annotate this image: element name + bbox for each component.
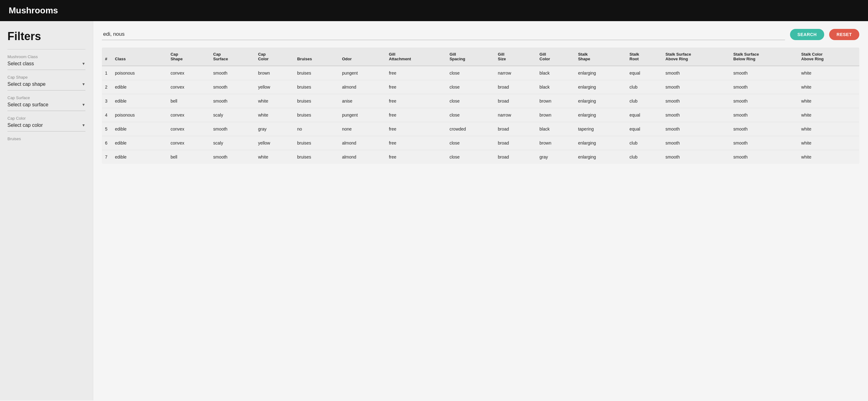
cell-cap_color: brown (255, 66, 294, 80)
cell-gill_attachment: free (386, 136, 446, 150)
cell-gill_attachment: free (386, 150, 446, 164)
chevron-down-icon-cap-shape: ▼ (82, 82, 86, 86)
cell-gill_color: brown (536, 136, 575, 150)
cell-stalk_color_above_ring: white (798, 80, 859, 94)
filter-group-mushroom-class: Mushroom Class Select class ▼ (7, 54, 86, 70)
search-bar-row: SEARCH RESET (102, 29, 859, 40)
cell-gill_color: black (536, 122, 575, 136)
cell-cap_shape: convex (167, 122, 210, 136)
cell-stalk_color_above_ring: white (798, 150, 859, 164)
cell-gill_spacing: close (446, 108, 495, 122)
col-header-class: Class (112, 48, 167, 66)
cell-bruises: bruises (294, 80, 339, 94)
cell-stalk_surface_above_ring: smooth (662, 122, 730, 136)
app-title: Mushrooms (9, 6, 58, 15)
mushrooms-table: # Class CapShape CapSurface CapColor Bru… (102, 48, 859, 164)
reset-button[interactable]: RESET (829, 29, 859, 40)
col-header-gill-color: GillColor (536, 48, 575, 66)
cell-cap_color: yellow (255, 80, 294, 94)
cell-cap_shape: convex (167, 136, 210, 150)
cell-stalk_surface_above_ring: smooth (662, 150, 730, 164)
cell-class: poisonous (112, 108, 167, 122)
cell-bruises: bruises (294, 94, 339, 108)
cell-stalk_surface_below_ring: smooth (731, 66, 798, 80)
cell-stalk_shape: enlarging (575, 150, 627, 164)
cell-cap_color: gray (255, 122, 294, 136)
cell-cap_shape: bell (167, 94, 210, 108)
cell-num: 2 (102, 80, 112, 94)
cell-odor: almond (339, 150, 386, 164)
cell-stalk_root: club (626, 150, 662, 164)
cell-num: 4 (102, 108, 112, 122)
col-header-bruises: Bruises (294, 48, 339, 66)
cell-odor: almond (339, 136, 386, 150)
cell-stalk_shape: enlarging (575, 108, 627, 122)
cell-gill_size: broad (495, 150, 536, 164)
filter-select-cap-color[interactable]: Select cap color ▼ (7, 122, 86, 132)
cell-cap_surface: smooth (210, 122, 255, 136)
cell-stalk_surface_above_ring: smooth (662, 94, 730, 108)
cell-cap_color: yellow (255, 136, 294, 150)
cell-gill_attachment: free (386, 94, 446, 108)
search-input[interactable] (102, 29, 785, 40)
cell-odor: pungent (339, 66, 386, 80)
col-header-cap-color: CapColor (255, 48, 294, 66)
cell-stalk_color_above_ring: white (798, 94, 859, 108)
cell-class: poisonous (112, 66, 167, 80)
sidebar-divider (7, 49, 86, 50)
cell-cap_color: white (255, 150, 294, 164)
cell-bruises: bruises (294, 136, 339, 150)
filter-select-cap-shape[interactable]: Select cap shape ▼ (7, 81, 86, 90)
col-header-odor: Odor (339, 48, 386, 66)
cell-gill_size: broad (495, 136, 536, 150)
filter-label-cap-shape: Cap Shape (7, 75, 86, 80)
filter-value-cap-shape: Select cap shape (7, 81, 46, 87)
cell-gill_color: brown (536, 94, 575, 108)
search-button[interactable]: SEARCH (790, 29, 824, 40)
col-header-num: # (102, 48, 112, 66)
chevron-down-icon-class: ▼ (82, 61, 86, 66)
cell-gill_size: narrow (495, 66, 536, 80)
cell-stalk_surface_above_ring: smooth (662, 136, 730, 150)
col-header-gill-attachment: GillAttachment (386, 48, 446, 66)
col-header-cap-shape: CapShape (167, 48, 210, 66)
cell-stalk_shape: enlarging (575, 80, 627, 94)
cell-gill_attachment: free (386, 80, 446, 94)
cell-stalk_shape: enlarging (575, 66, 627, 80)
cell-class: edible (112, 94, 167, 108)
cell-stalk_root: club (626, 94, 662, 108)
cell-num: 7 (102, 150, 112, 164)
cell-odor: almond (339, 80, 386, 94)
cell-stalk_color_above_ring: white (798, 108, 859, 122)
cell-odor: none (339, 122, 386, 136)
col-header-stalk-color-above-ring: Stalk ColorAbove Ring (798, 48, 859, 66)
cell-cap_surface: smooth (210, 66, 255, 80)
cell-cap_shape: convex (167, 66, 210, 80)
filter-label-mushroom-class: Mushroom Class (7, 54, 86, 59)
cell-gill_color: brown (536, 108, 575, 122)
data-table-wrapper: # Class CapShape CapSurface CapColor Bru… (102, 48, 859, 164)
cell-num: 1 (102, 66, 112, 80)
filter-label-cap-surface: Cap Surface (7, 95, 86, 100)
cell-stalk_surface_below_ring: smooth (731, 150, 798, 164)
cell-gill_color: black (536, 66, 575, 80)
cell-stalk_root: club (626, 136, 662, 150)
cell-num: 5 (102, 122, 112, 136)
content-area: SEARCH RESET # Class CapShape CapSurface… (93, 21, 868, 400)
cell-gill_size: narrow (495, 108, 536, 122)
cell-class: edible (112, 80, 167, 94)
cell-cap_color: white (255, 108, 294, 122)
cell-stalk_surface_above_ring: smooth (662, 108, 730, 122)
cell-cap_surface: scaly (210, 108, 255, 122)
filter-select-cap-surface[interactable]: Select cap surface ▼ (7, 102, 86, 111)
cell-gill_attachment: free (386, 66, 446, 80)
filter-label-bruises: Bruises (7, 137, 86, 141)
cell-gill_attachment: free (386, 122, 446, 136)
header: Mushrooms (0, 0, 868, 21)
cell-gill_size: broad (495, 80, 536, 94)
table-row: 3ediblebellsmoothwhitebruisesanisefreecl… (102, 94, 859, 108)
cell-cap_shape: convex (167, 80, 210, 94)
col-header-cap-surface: CapSurface (210, 48, 255, 66)
filter-select-mushroom-class[interactable]: Select class ▼ (7, 61, 86, 70)
cell-bruises: bruises (294, 150, 339, 164)
